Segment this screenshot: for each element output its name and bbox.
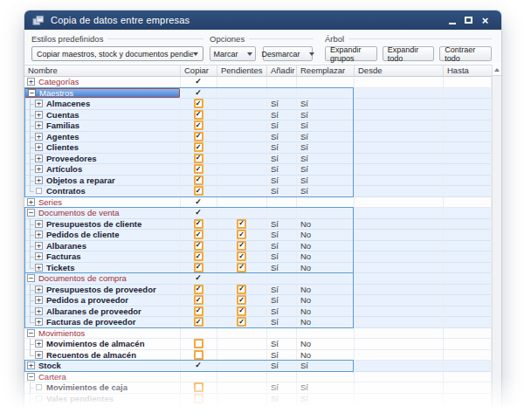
expand-icon[interactable]: + (35, 340, 43, 348)
table-row[interactable]: +Pedidos a proveedor✓✓SíNo (24, 295, 492, 306)
pendientes-checkbox-checked[interactable]: ✓ (237, 295, 246, 305)
pendientes-cell[interactable] (217, 77, 266, 87)
reemplazar-cell[interactable]: Sí (296, 132, 354, 142)
copiar-cell[interactable]: ✓ (180, 77, 217, 87)
anadir-cell[interactable]: Sí (266, 263, 296, 273)
row-name-cell[interactable]: +Almacenes (24, 99, 180, 109)
row-name-cell[interactable]: +Recuentos de almacén (24, 350, 180, 361)
reemplazar-cell[interactable]: No (296, 241, 354, 251)
pendientes-cell[interactable]: ✓ (217, 285, 266, 295)
copiar-checkbox-checked[interactable]: ✓ (194, 186, 203, 196)
row-name-cell[interactable]: Contratos (24, 186, 180, 196)
column-header-copiar[interactable]: Copiar (180, 65, 217, 76)
pendientes-cell[interactable] (217, 132, 266, 142)
reemplazar-cell[interactable] (296, 197, 354, 208)
copiar-checkbox-checked[interactable]: ✓ (194, 251, 203, 261)
reemplazar-cell[interactable]: Sí (296, 99, 354, 109)
collapse-icon[interactable]: − (27, 274, 35, 282)
expand-icon[interactable]: + (35, 307, 43, 315)
reemplazar-cell[interactable]: No (296, 350, 354, 361)
expand-icon[interactable]: + (27, 361, 35, 369)
collapse-icon[interactable]: − (27, 373, 35, 381)
table-row[interactable]: +Agentes✓SíSí (24, 132, 492, 143)
copiar-cell[interactable]: ✓ (180, 251, 217, 262)
reemplazar-cell[interactable]: No (296, 306, 354, 317)
anadir-cell[interactable]: Sí (266, 241, 296, 251)
minimize-button[interactable] (444, 12, 460, 28)
copiar-cell[interactable] (180, 350, 217, 361)
row-name-cell[interactable]: −Movimientos (24, 328, 180, 339)
row-name-cell[interactable]: +Movimientos de almacén (24, 339, 180, 349)
anadir-cell[interactable]: Sí (266, 317, 296, 327)
copiar-cell[interactable] (180, 339, 217, 349)
pendientes-checkbox-checked[interactable]: ✓ (237, 306, 246, 316)
row-name-cell[interactable]: +Tickets (24, 263, 180, 273)
table-row[interactable]: +Presupuestos de proveedor✓✓SíNo (24, 285, 492, 296)
reemplazar-cell[interactable]: No (296, 230, 354, 240)
row-name-cell[interactable]: −Documentos de compra (24, 273, 180, 284)
row-name-cell[interactable]: −Cartera (24, 372, 180, 382)
expand-icon[interactable]: + (27, 78, 35, 86)
pendientes-cell[interactable]: ✓ (217, 241, 266, 251)
reemplazar-cell[interactable]: Sí (296, 142, 354, 153)
reemplazar-cell[interactable] (296, 328, 354, 339)
expand-icon[interactable]: + (35, 121, 43, 129)
table-row[interactable]: +Objetos a reparar✓SíSí (24, 176, 492, 187)
table-row[interactable]: Contratos✓SíSí (24, 186, 492, 197)
expand-all-button[interactable]: Expandir todo (383, 46, 435, 61)
copiar-checkbox-empty[interactable] (194, 339, 203, 348)
pendientes-cell[interactable] (217, 350, 266, 361)
expand-icon[interactable]: + (27, 198, 35, 206)
maximize-button[interactable] (460, 12, 477, 28)
copiar-checkbox-checked[interactable]: ✓ (194, 120, 203, 130)
anadir-cell[interactable]: Sí (266, 142, 296, 153)
reemplazar-cell[interactable]: Sí (296, 120, 354, 131)
row-name-cell[interactable]: +Pedidos a proveedor (24, 295, 180, 306)
copiar-cell[interactable]: ✓ (180, 132, 217, 142)
copiar-checkbox-checked[interactable]: ✓ (194, 263, 203, 272)
copiar-checkbox-checked[interactable]: ✓ (194, 306, 203, 316)
expand-icon[interactable]: + (35, 286, 43, 293)
anadir-cell[interactable]: Sí (266, 361, 296, 371)
column-header-hasta[interactable]: Hasta (443, 65, 492, 76)
anadir-cell[interactable]: Sí (266, 120, 296, 131)
copiar-cell[interactable]: ✓ (180, 197, 217, 208)
pendientes-cell[interactable] (217, 154, 266, 164)
expand-icon[interactable]: + (35, 220, 43, 228)
reemplazar-cell[interactable] (296, 208, 354, 218)
row-name-cell[interactable]: +Stock (24, 361, 180, 371)
table-row[interactable]: −Cartera (24, 372, 492, 383)
table-row[interactable]: +Artículos✓SíSí (24, 164, 492, 176)
expand-icon[interactable]: + (35, 252, 43, 260)
pendientes-cell[interactable]: ✓ (217, 306, 266, 317)
table-row[interactable]: +Recuentos de almacénSíNo (24, 350, 492, 361)
reemplazar-cell[interactable]: No (296, 219, 354, 230)
table-row[interactable]: +Pedidos de cliente✓✓SíNo (24, 230, 492, 241)
copiar-cell[interactable] (180, 328, 217, 339)
scroll-up-button[interactable] (493, 65, 501, 76)
row-name-cell[interactable]: Movimientos de caja (24, 382, 180, 393)
expand-icon[interactable]: + (35, 351, 43, 359)
pendientes-cell[interactable] (217, 361, 266, 371)
expand-icon[interactable]: + (35, 231, 43, 238)
pendientes-cell[interactable] (217, 328, 266, 339)
pendientes-cell[interactable] (217, 382, 266, 393)
row-name-cell[interactable]: +Albaranes de proveedor (24, 306, 180, 317)
reemplazar-cell[interactable]: Sí (296, 394, 354, 404)
pendientes-cell[interactable] (217, 273, 266, 284)
copiar-cell[interactable]: ✓ (180, 120, 217, 131)
pendientes-cell[interactable] (217, 197, 266, 208)
copiar-cell[interactable]: ✓ (180, 230, 217, 240)
copiar-checkbox-checked[interactable]: ✓ (194, 285, 203, 294)
collapse-icon[interactable]: − (27, 329, 35, 337)
copiar-checkbox-checked[interactable]: ✓ (194, 110, 203, 120)
table-row[interactable]: −Movimientos (24, 328, 492, 340)
collapse-icon[interactable]: − (27, 209, 35, 217)
table-row[interactable]: −Maestros✓ (24, 88, 492, 100)
copiar-checkbox-checked[interactable]: ✓ (194, 132, 203, 141)
row-name-cell[interactable]: −Documentos de venta (24, 208, 180, 218)
table-row[interactable]: +Almacenes✓SíSí (24, 99, 492, 110)
anadir-cell[interactable]: Sí (266, 295, 296, 306)
row-name-cell[interactable]: +Presupuestos de proveedor (24, 285, 180, 295)
copiar-cell[interactable]: ✓ (180, 361, 217, 371)
